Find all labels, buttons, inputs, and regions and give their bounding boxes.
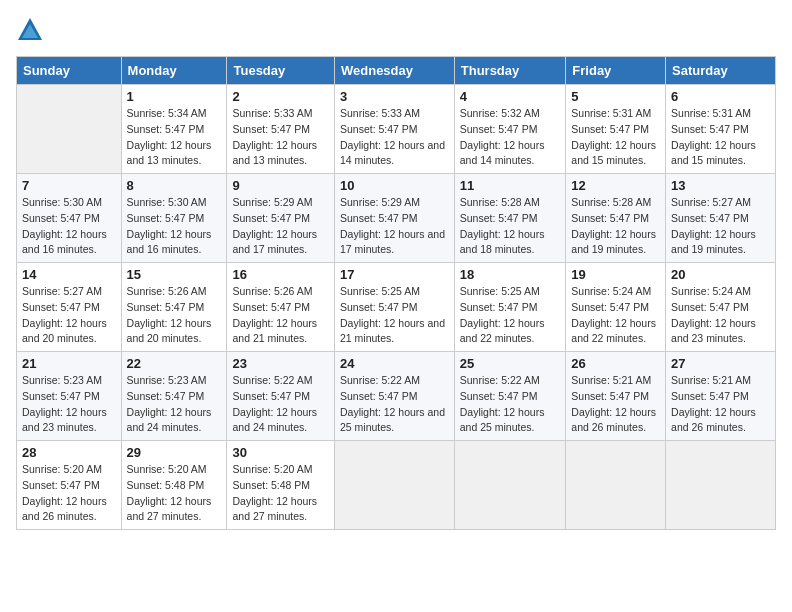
logo-icon — [16, 16, 44, 44]
day-info: Sunrise: 5:27 AMSunset: 5:47 PMDaylight:… — [22, 284, 116, 347]
day-number: 16 — [232, 267, 329, 282]
day-number: 26 — [571, 356, 660, 371]
day-number: 8 — [127, 178, 222, 193]
day-cell: 24Sunrise: 5:22 AMSunset: 5:47 PMDayligh… — [334, 352, 454, 441]
day-info: Sunrise: 5:28 AMSunset: 5:47 PMDaylight:… — [571, 195, 660, 258]
day-info: Sunrise: 5:26 AMSunset: 5:47 PMDaylight:… — [127, 284, 222, 347]
day-number: 23 — [232, 356, 329, 371]
page-header — [16, 16, 776, 44]
day-info: Sunrise: 5:30 AMSunset: 5:47 PMDaylight:… — [22, 195, 116, 258]
day-cell: 26Sunrise: 5:21 AMSunset: 5:47 PMDayligh… — [566, 352, 666, 441]
day-cell — [666, 441, 776, 530]
day-info: Sunrise: 5:25 AMSunset: 5:47 PMDaylight:… — [460, 284, 561, 347]
day-cell: 15Sunrise: 5:26 AMSunset: 5:47 PMDayligh… — [121, 263, 227, 352]
week-row-4: 21Sunrise: 5:23 AMSunset: 5:47 PMDayligh… — [17, 352, 776, 441]
week-row-2: 7Sunrise: 5:30 AMSunset: 5:47 PMDaylight… — [17, 174, 776, 263]
column-header-thursday: Thursday — [454, 57, 566, 85]
day-number: 7 — [22, 178, 116, 193]
day-number: 20 — [671, 267, 770, 282]
day-info: Sunrise: 5:30 AMSunset: 5:47 PMDaylight:… — [127, 195, 222, 258]
day-cell: 13Sunrise: 5:27 AMSunset: 5:47 PMDayligh… — [666, 174, 776, 263]
day-cell: 6Sunrise: 5:31 AMSunset: 5:47 PMDaylight… — [666, 85, 776, 174]
day-number: 22 — [127, 356, 222, 371]
day-info: Sunrise: 5:24 AMSunset: 5:47 PMDaylight:… — [571, 284, 660, 347]
day-info: Sunrise: 5:27 AMSunset: 5:47 PMDaylight:… — [671, 195, 770, 258]
day-info: Sunrise: 5:28 AMSunset: 5:47 PMDaylight:… — [460, 195, 561, 258]
day-info: Sunrise: 5:23 AMSunset: 5:47 PMDaylight:… — [127, 373, 222, 436]
day-cell: 8Sunrise: 5:30 AMSunset: 5:47 PMDaylight… — [121, 174, 227, 263]
day-info: Sunrise: 5:20 AMSunset: 5:48 PMDaylight:… — [232, 462, 329, 525]
column-header-monday: Monday — [121, 57, 227, 85]
calendar-body: 1Sunrise: 5:34 AMSunset: 5:47 PMDaylight… — [17, 85, 776, 530]
week-row-3: 14Sunrise: 5:27 AMSunset: 5:47 PMDayligh… — [17, 263, 776, 352]
day-cell: 1Sunrise: 5:34 AMSunset: 5:47 PMDaylight… — [121, 85, 227, 174]
day-cell: 18Sunrise: 5:25 AMSunset: 5:47 PMDayligh… — [454, 263, 566, 352]
day-number: 13 — [671, 178, 770, 193]
day-number: 27 — [671, 356, 770, 371]
day-info: Sunrise: 5:20 AMSunset: 5:48 PMDaylight:… — [127, 462, 222, 525]
day-info: Sunrise: 5:33 AMSunset: 5:47 PMDaylight:… — [232, 106, 329, 169]
column-header-friday: Friday — [566, 57, 666, 85]
day-number: 15 — [127, 267, 222, 282]
day-cell: 14Sunrise: 5:27 AMSunset: 5:47 PMDayligh… — [17, 263, 122, 352]
day-number: 25 — [460, 356, 561, 371]
logo — [16, 16, 46, 44]
column-header-saturday: Saturday — [666, 57, 776, 85]
day-cell: 30Sunrise: 5:20 AMSunset: 5:48 PMDayligh… — [227, 441, 335, 530]
calendar-table: SundayMondayTuesdayWednesdayThursdayFrid… — [16, 56, 776, 530]
day-number: 30 — [232, 445, 329, 460]
day-number: 4 — [460, 89, 561, 104]
column-header-wednesday: Wednesday — [334, 57, 454, 85]
day-cell — [334, 441, 454, 530]
day-cell: 7Sunrise: 5:30 AMSunset: 5:47 PMDaylight… — [17, 174, 122, 263]
day-info: Sunrise: 5:24 AMSunset: 5:47 PMDaylight:… — [671, 284, 770, 347]
day-number: 18 — [460, 267, 561, 282]
day-number: 14 — [22, 267, 116, 282]
day-info: Sunrise: 5:29 AMSunset: 5:47 PMDaylight:… — [232, 195, 329, 258]
day-cell: 22Sunrise: 5:23 AMSunset: 5:47 PMDayligh… — [121, 352, 227, 441]
day-info: Sunrise: 5:23 AMSunset: 5:47 PMDaylight:… — [22, 373, 116, 436]
day-cell: 12Sunrise: 5:28 AMSunset: 5:47 PMDayligh… — [566, 174, 666, 263]
day-cell: 4Sunrise: 5:32 AMSunset: 5:47 PMDaylight… — [454, 85, 566, 174]
day-number: 10 — [340, 178, 449, 193]
day-number: 6 — [671, 89, 770, 104]
day-cell: 9Sunrise: 5:29 AMSunset: 5:47 PMDaylight… — [227, 174, 335, 263]
day-cell: 5Sunrise: 5:31 AMSunset: 5:47 PMDaylight… — [566, 85, 666, 174]
day-cell — [566, 441, 666, 530]
calendar-header: SundayMondayTuesdayWednesdayThursdayFrid… — [17, 57, 776, 85]
day-number: 1 — [127, 89, 222, 104]
day-number: 24 — [340, 356, 449, 371]
day-number: 9 — [232, 178, 329, 193]
day-number: 29 — [127, 445, 222, 460]
day-cell: 29Sunrise: 5:20 AMSunset: 5:48 PMDayligh… — [121, 441, 227, 530]
day-number: 17 — [340, 267, 449, 282]
header-row: SundayMondayTuesdayWednesdayThursdayFrid… — [17, 57, 776, 85]
day-cell: 23Sunrise: 5:22 AMSunset: 5:47 PMDayligh… — [227, 352, 335, 441]
day-cell: 3Sunrise: 5:33 AMSunset: 5:47 PMDaylight… — [334, 85, 454, 174]
day-cell: 19Sunrise: 5:24 AMSunset: 5:47 PMDayligh… — [566, 263, 666, 352]
day-info: Sunrise: 5:25 AMSunset: 5:47 PMDaylight:… — [340, 284, 449, 347]
day-number: 28 — [22, 445, 116, 460]
day-cell: 16Sunrise: 5:26 AMSunset: 5:47 PMDayligh… — [227, 263, 335, 352]
day-cell: 2Sunrise: 5:33 AMSunset: 5:47 PMDaylight… — [227, 85, 335, 174]
day-cell — [17, 85, 122, 174]
day-info: Sunrise: 5:26 AMSunset: 5:47 PMDaylight:… — [232, 284, 329, 347]
day-info: Sunrise: 5:31 AMSunset: 5:47 PMDaylight:… — [571, 106, 660, 169]
column-header-sunday: Sunday — [17, 57, 122, 85]
day-cell: 20Sunrise: 5:24 AMSunset: 5:47 PMDayligh… — [666, 263, 776, 352]
day-cell — [454, 441, 566, 530]
day-cell: 11Sunrise: 5:28 AMSunset: 5:47 PMDayligh… — [454, 174, 566, 263]
day-number: 12 — [571, 178, 660, 193]
day-info: Sunrise: 5:22 AMSunset: 5:47 PMDaylight:… — [340, 373, 449, 436]
day-info: Sunrise: 5:22 AMSunset: 5:47 PMDaylight:… — [460, 373, 561, 436]
day-cell: 17Sunrise: 5:25 AMSunset: 5:47 PMDayligh… — [334, 263, 454, 352]
day-number: 2 — [232, 89, 329, 104]
day-info: Sunrise: 5:22 AMSunset: 5:47 PMDaylight:… — [232, 373, 329, 436]
day-info: Sunrise: 5:21 AMSunset: 5:47 PMDaylight:… — [571, 373, 660, 436]
day-cell: 28Sunrise: 5:20 AMSunset: 5:47 PMDayligh… — [17, 441, 122, 530]
week-row-5: 28Sunrise: 5:20 AMSunset: 5:47 PMDayligh… — [17, 441, 776, 530]
day-info: Sunrise: 5:31 AMSunset: 5:47 PMDaylight:… — [671, 106, 770, 169]
day-info: Sunrise: 5:34 AMSunset: 5:47 PMDaylight:… — [127, 106, 222, 169]
day-info: Sunrise: 5:29 AMSunset: 5:47 PMDaylight:… — [340, 195, 449, 258]
week-row-1: 1Sunrise: 5:34 AMSunset: 5:47 PMDaylight… — [17, 85, 776, 174]
